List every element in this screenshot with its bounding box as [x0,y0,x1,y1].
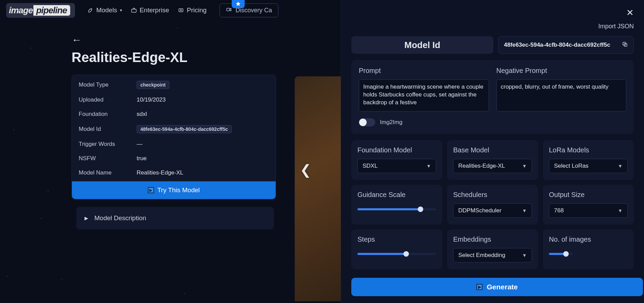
output-size-value: 768 [554,207,564,214]
svg-rect-1 [179,9,183,12]
chevron-down-icon: ▼ [618,163,623,169]
chevron-down-icon: ▼ [426,163,431,169]
embeddings-label: Embeddings [453,236,532,243]
label: Model Name [79,169,137,176]
scheduler-select[interactable]: DDPMScheduler ▼ [453,203,532,218]
neg-prompt-label: Negative Prompt [496,67,627,75]
briefcase-icon [131,7,137,13]
label: Trigger Words [79,141,137,148]
label: Uploaded [79,96,137,103]
play-icon: ▶ [148,187,154,193]
img2img-label: Img2Img [380,119,402,126]
neg-prompt-input[interactable] [496,79,627,111]
discovery-call-button[interactable]: Discovery Ca [219,3,278,17]
nav: Models ▾ Enterprise Pricing [87,6,206,14]
chevron-down-icon: ▼ [522,163,527,169]
prompt-input[interactable] [359,79,489,111]
value: 10/19/2023 [137,96,166,103]
import-json-link[interactable]: Import JSON [351,23,634,30]
model-id-badge: 48fe63ec-594a-4cfb-804c-dacc692cff5c [137,125,232,133]
svg-point-2 [181,10,182,11]
lora-value: Select LoRas [554,163,588,169]
label: Model Id [79,126,137,133]
scheduler-label: Schedulers [453,191,532,199]
generate-label: Generate [487,283,518,291]
chevron-down-icon: ▼ [618,208,623,213]
nav-models-label: Models [96,6,117,14]
embeddings-select[interactable]: Select Embedding ▼ [453,248,532,262]
foundation-label: Foundation Model [357,146,436,154]
model-type-badge: checkpoint [137,81,169,89]
lora-label: LoRa Models [549,146,628,154]
close-icon[interactable]: ✕ [626,7,634,18]
rocket-badge [232,0,245,8]
num-images-slider[interactable] [549,253,573,255]
video-icon [226,6,232,14]
info-card: Model Type checkpoint Uploaded 10/19/202… [72,75,276,199]
tag-icon [178,7,184,13]
logo-pipeline-text: pipeline [33,5,70,16]
value: true [137,155,147,162]
info-row-model-id: Model Id 48fe63ec-594a-4cfb-804c-dacc692… [72,121,276,137]
label: NSFW [79,155,137,162]
model-id-header: Model Id [351,36,493,54]
model-id-field: 48fe63ec-594a-4cfb-804c-dacc692cff5c [498,36,634,54]
info-row-trigger: Trigger Words — [72,137,276,151]
value: Realities-Edge-XL [137,169,183,176]
nav-enterprise[interactable]: Enterprise [131,6,169,14]
copy-icon[interactable] [622,41,628,49]
steps-slider[interactable] [357,253,436,255]
foundation-select[interactable]: SDXL ▼ [357,159,436,173]
output-size-label: Output Size [549,191,628,199]
steps-label: Steps [357,236,436,243]
num-images-label: No. of images [549,236,628,243]
img2img-toggle[interactable] [359,118,375,126]
logo-image-text: image [9,5,33,16]
info-row-foundation: Foundation sdxl [72,107,276,121]
logo[interactable]: image pipeline [6,3,75,18]
try-model-label: Try This Model [157,186,200,194]
generation-panel: ✕ Import JSON Model Id 48fe63ec-594a-4cf… [341,0,644,303]
svg-rect-3 [227,8,230,11]
prompt-block: Prompt Negative Prompt Img2Img [351,60,634,134]
value: sdxl [137,111,147,118]
foundation-value: SDXL [363,163,378,169]
scheduler-value: DDPMScheduler [458,207,502,214]
svg-rect-0 [132,9,136,12]
nav-enterprise-label: Enterprise [140,6,169,14]
model-id-value: 48fe63ec-594a-4cfb-804c-dacc692cff5c [504,42,610,48]
output-size-select[interactable]: 768 ▼ [549,203,628,218]
leaf-icon [87,7,93,13]
model-description-label: Model Description [94,214,146,222]
prompt-label: Prompt [359,67,489,75]
base-model-label: Base Model [453,146,532,154]
info-row-nsfw: NSFW true [72,151,276,166]
label: Model Type [79,81,137,88]
nav-pricing[interactable]: Pricing [178,6,206,14]
lora-select[interactable]: Select LoRas ▼ [549,159,628,173]
info-row-model-name: Model Name Realities-Edge-XL [72,166,276,180]
play-icon: ▶ [476,284,482,290]
chevron-down-icon: ▼ [522,253,527,258]
chevron-left-icon[interactable]: ❮ [300,162,311,178]
chevron-down-icon: ▼ [522,208,527,213]
generate-button[interactable]: ▶ Generate [351,278,643,296]
model-description-toggle[interactable]: ▶ Model Description [76,207,274,229]
value: — [137,141,142,148]
base-model-select[interactable]: Realities-Edge-XL ▼ [453,159,532,173]
info-row-uploaded: Uploaded 10/19/2023 [72,93,276,107]
chevron-down-icon: ▾ [120,8,122,13]
caret-right-icon: ▶ [85,215,88,221]
embeddings-value: Select Embedding [458,252,505,259]
guidance-slider[interactable] [357,208,436,210]
base-model-value: Realities-Edge-XL [458,163,505,169]
nav-models[interactable]: Models ▾ [87,6,122,14]
nav-pricing-label: Pricing [187,6,206,14]
label: Foundation [79,111,137,118]
try-model-button[interactable]: ▶ Try This Model [72,181,276,199]
guidance-label: Guidance Scale [357,191,436,199]
info-row-model-type: Model Type checkpoint [72,77,276,93]
